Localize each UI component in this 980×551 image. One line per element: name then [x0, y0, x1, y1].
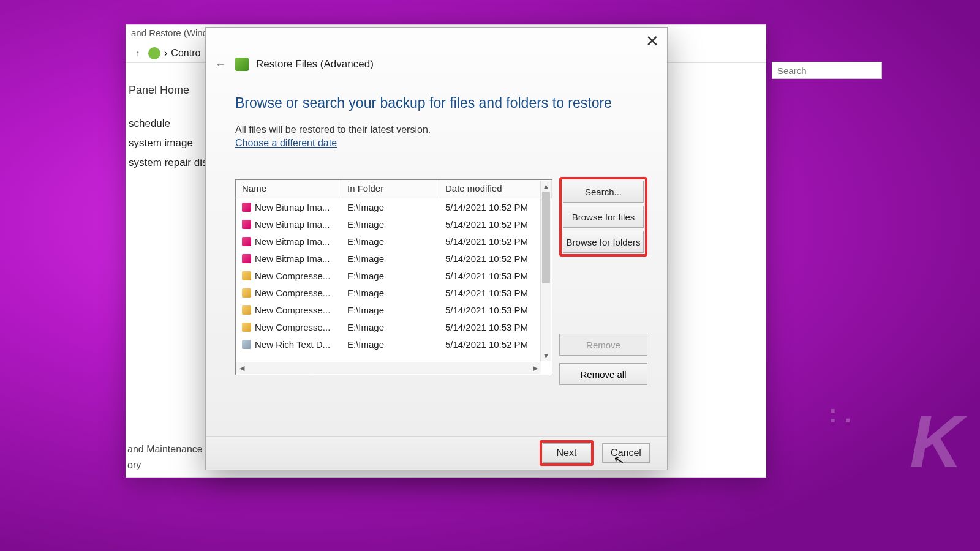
file-name: New Compresse...	[255, 305, 330, 315]
highlight-box-next: Next	[540, 440, 594, 466]
file-icon	[242, 271, 251, 280]
highlight-box-side: Search... Browse for files Browse for fo…	[559, 177, 647, 257]
list-header: Name In Folder Date modified	[236, 180, 552, 198]
col-date[interactable]: Date modified	[439, 180, 552, 198]
file-icon	[242, 288, 251, 298]
table-row[interactable]: New Compresse...E:\Image5/14/2021 10:53 …	[236, 284, 552, 301]
dialog-footer: Next Cancel ↖	[206, 436, 667, 470]
dialog-subtext: All files will be restored to their late…	[235, 124, 431, 135]
restore-files-dialog: ✕ ← Restore Files (Advanced) Browse or s…	[205, 27, 668, 470]
file-folder: E:\Image	[341, 219, 439, 230]
file-name: New Compresse...	[255, 271, 330, 281]
side-buttons: Search... Browse for files Browse for fo…	[559, 177, 647, 257]
table-row[interactable]: New Compresse...E:\Image5/14/2021 10:53 …	[236, 267, 552, 284]
next-button[interactable]: Next	[543, 443, 590, 463]
close-icon[interactable]: ✕	[643, 31, 662, 51]
scroll-down-icon[interactable]: ▼	[541, 350, 551, 361]
file-folder: E:\Image	[341, 253, 439, 264]
file-icon	[242, 237, 251, 246]
cancel-button[interactable]: Cancel	[602, 443, 650, 463]
file-date: 5/14/2021 10:52 PM	[439, 202, 552, 212]
file-date: 5/14/2021 10:53 PM	[439, 288, 552, 298]
watermark: K	[910, 399, 958, 484]
file-name: New Bitmap Ima...	[255, 253, 330, 264]
file-list: Name In Folder Date modified New Bitmap …	[235, 179, 552, 375]
dialog-heading: Browse or search your backup for files a…	[235, 95, 612, 111]
file-folder: E:\Image	[341, 305, 439, 315]
table-row[interactable]: New Compresse...E:\Image5/14/2021 10:53 …	[236, 318, 552, 335]
table-row[interactable]: New Compresse...E:\Image5/14/2021 10:53 …	[236, 301, 552, 318]
browse-folders-button[interactable]: Browse for folders	[563, 231, 644, 253]
nav-up-icon[interactable]: ↑	[131, 47, 145, 60]
horizontal-scrollbar[interactable]: ◀ ▶	[236, 362, 541, 374]
col-folder[interactable]: In Folder	[341, 180, 439, 198]
table-row[interactable]: New Rich Text D...E:\Image5/14/2021 10:5…	[236, 335, 552, 353]
file-date: 5/14/2021 10:53 PM	[439, 305, 552, 315]
file-name: New Rich Text D...	[255, 339, 330, 350]
remove-all-button[interactable]: Remove all	[559, 363, 647, 385]
search-input[interactable]	[772, 62, 882, 79]
file-icon	[242, 340, 251, 349]
table-row[interactable]: New Bitmap Ima...E:\Image5/14/2021 10:52…	[236, 233, 552, 250]
restore-icon	[235, 58, 249, 71]
link-maintenance[interactable]: and Maintenance	[126, 441, 204, 457]
file-folder: E:\Image	[341, 271, 439, 281]
file-icon	[242, 323, 251, 332]
file-name: New Bitmap Ima...	[255, 202, 330, 212]
file-name: New Compresse...	[255, 288, 330, 298]
browse-files-button[interactable]: Browse for files	[563, 206, 644, 228]
file-name: New Bitmap Ima...	[255, 236, 330, 247]
breadcrumb[interactable]: Contro	[171, 48, 200, 59]
file-date: 5/14/2021 10:52 PM	[439, 339, 552, 350]
scroll-up-icon[interactable]: ▲	[541, 181, 551, 192]
file-date: 5/14/2021 10:52 PM	[439, 219, 552, 230]
scroll-left-icon[interactable]: ◀	[236, 362, 247, 374]
file-name: New Bitmap Ima...	[255, 219, 330, 230]
scroll-right-icon[interactable]: ▶	[530, 362, 541, 374]
table-row[interactable]: New Bitmap Ima...E:\Image5/14/2021 10:52…	[236, 250, 552, 267]
file-icon	[242, 254, 251, 263]
search-button[interactable]: Search...	[563, 181, 644, 203]
file-folder: E:\Image	[341, 236, 439, 247]
file-folder: E:\Image	[341, 288, 439, 298]
watermark-dots: : .	[829, 399, 851, 429]
file-date: 5/14/2021 10:53 PM	[439, 271, 552, 281]
file-folder: E:\Image	[341, 339, 439, 350]
file-date: 5/14/2021 10:52 PM	[439, 253, 552, 264]
link-history[interactable]: ory	[126, 457, 204, 473]
file-icon	[242, 203, 251, 212]
file-icon	[242, 220, 251, 229]
file-date: 5/14/2021 10:53 PM	[439, 322, 552, 332]
back-icon[interactable]: ←	[213, 57, 228, 72]
file-folder: E:\Image	[341, 202, 439, 212]
file-date: 5/14/2021 10:52 PM	[439, 236, 552, 247]
sidebar-bottom: and Maintenance ory	[126, 441, 204, 473]
file-folder: E:\Image	[341, 322, 439, 332]
cp-icon	[148, 47, 160, 59]
file-name: New Compresse...	[255, 322, 330, 332]
table-row[interactable]: New Bitmap Ima...E:\Image5/14/2021 10:52…	[236, 198, 552, 216]
choose-date-link[interactable]: Choose a different date	[235, 138, 337, 149]
scroll-thumb[interactable]	[542, 192, 550, 283]
vertical-scrollbar[interactable]: ▲ ▼	[540, 181, 551, 361]
dialog-title: Restore Files (Advanced)	[256, 58, 374, 70]
table-row[interactable]: New Bitmap Ima...E:\Image5/14/2021 10:52…	[236, 216, 552, 233]
breadcrumb-sep: ›	[164, 48, 167, 59]
remove-button: Remove	[559, 334, 647, 356]
col-name[interactable]: Name	[236, 180, 341, 198]
file-icon	[242, 305, 251, 315]
